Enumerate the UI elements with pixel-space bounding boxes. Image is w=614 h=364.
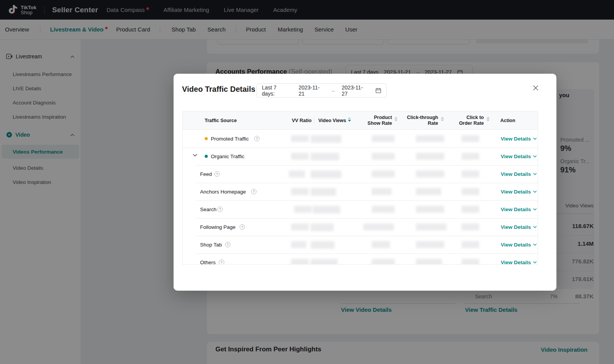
screen: TikTok Shop Seller Center Data Compass A…: [0, 0, 614, 364]
table-header: Traffic Source VV Ratio Video Views Prod…: [183, 111, 538, 130]
chevron-down-icon: [533, 173, 537, 175]
help-icon[interactable]: [225, 242, 230, 247]
traffic-table: Traffic Source VV Ratio Video Views Prod…: [182, 111, 538, 265]
date-end-value[interactable]: 2023-11-27: [339, 84, 371, 97]
view-details-button[interactable]: View Details: [501, 207, 537, 212]
chevron-down-icon: [533, 208, 537, 210]
chevron-down-icon: [533, 261, 537, 263]
date-range-label: Last 7 days:: [262, 84, 290, 97]
table-row-feed: Feed View Details: [183, 165, 538, 183]
close-icon[interactable]: [532, 84, 539, 91]
col-click-to-order-rate: Click to Order Rate: [449, 111, 484, 130]
chevron-down-icon: [533, 243, 537, 246]
help-icon[interactable]: [214, 171, 220, 177]
modal-date-range-picker[interactable]: Last 7 days: 2023-11-21 – 2023-11-27: [257, 83, 387, 98]
sort-video-views[interactable]: [348, 117, 351, 122]
col-video-views: Video Views: [318, 111, 346, 130]
view-details-button[interactable]: View Details: [501, 242, 537, 248]
col-traffic-source: Traffic Source: [205, 111, 237, 130]
table-row-following-page: Following Page View Details: [183, 218, 538, 236]
collapse-chevron-icon[interactable]: [193, 154, 198, 159]
table-row-shop-tab: Shop Tab View Details: [183, 236, 538, 253]
table-row-promoted-traffic: Promoted Traffic View Details: [183, 130, 538, 147]
help-icon[interactable]: [217, 207, 223, 212]
view-details-button[interactable]: View Details: [501, 260, 537, 265]
help-icon[interactable]: [219, 260, 224, 265]
view-details-button[interactable]: View Details: [501, 189, 537, 195]
video-traffic-details-modal: Video Traffic Details Last 7 days: 2023-…: [174, 74, 556, 291]
promoted-traffic-dot: [205, 137, 208, 140]
help-icon[interactable]: [240, 224, 245, 230]
table-row-search: Search View Details: [183, 200, 538, 218]
table-row-others: Others View Details: [183, 253, 538, 265]
sort-click-to-order-rate[interactable]: [487, 117, 490, 121]
modal-title: Video Traffic Details: [182, 85, 255, 94]
view-details-button[interactable]: View Details: [501, 136, 537, 142]
table-row-organic-traffic: Organic Traffic View Details: [183, 147, 538, 165]
chevron-down-icon: [533, 190, 537, 193]
sort-product-show-rate[interactable]: [394, 117, 397, 121]
sort-click-through-rate[interactable]: [441, 117, 444, 121]
table-row-anchors-homepage: Anchors Homepage View Details: [183, 183, 538, 200]
chevron-down-icon: [533, 137, 537, 140]
chevron-down-icon: [533, 226, 537, 228]
organic-traffic-dot: [205, 155, 208, 158]
col-product-show-rate: Product Show Rate: [357, 111, 392, 130]
view-details-button[interactable]: View Details: [501, 154, 537, 159]
col-click-through-rate: Click-through Rate: [402, 111, 438, 130]
chevron-down-icon: [533, 155, 537, 157]
view-details-button[interactable]: View Details: [501, 224, 537, 230]
view-details-button[interactable]: View Details: [501, 171, 537, 177]
date-start-value[interactable]: 2023-11-21: [295, 84, 328, 97]
col-action: Action: [500, 111, 515, 130]
help-icon[interactable]: [254, 136, 260, 141]
help-icon[interactable]: [251, 189, 257, 194]
col-vv-ratio: VV Ratio: [292, 111, 311, 130]
calendar-icon: [376, 88, 381, 93]
